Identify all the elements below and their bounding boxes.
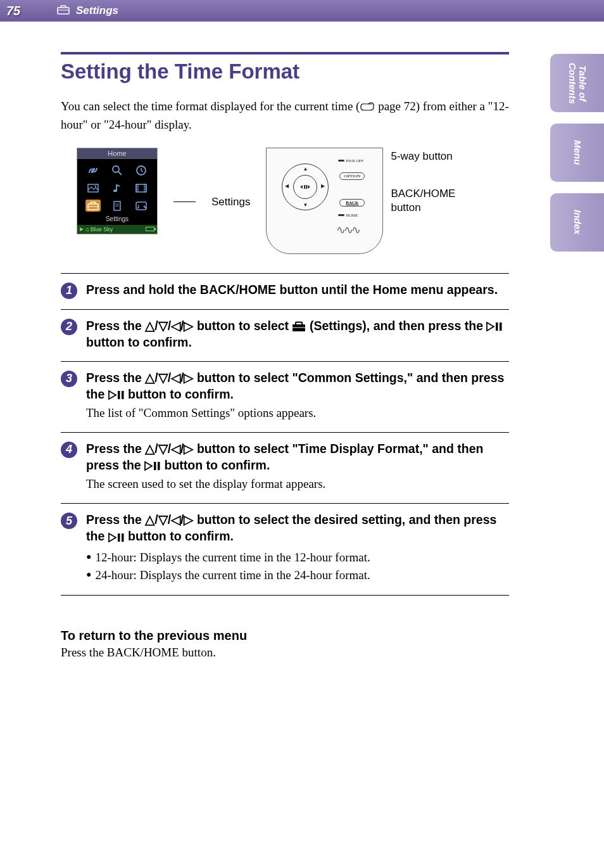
callout-5way: 5-way button (391, 150, 455, 163)
bullet-icon: ● (86, 566, 91, 585)
intro-text: You can select the time format displayed… (61, 98, 509, 134)
callout-back-home: BACK/HOME button (391, 187, 455, 215)
toolbox-icon (292, 319, 306, 333)
direction-arrows-glyph: △/▽/◁/▷ (145, 319, 193, 333)
music-icon (113, 183, 122, 193)
svg-rect-8 (136, 184, 146, 192)
svg-rect-31 (158, 462, 160, 470)
steps-list: 1 Press and hold the BACK/HOME button un… (61, 273, 509, 596)
device-screen-mock: Home Settings ▶♫Blue Sky (77, 148, 158, 234)
clock-icon (136, 165, 146, 176)
back-button: BACK (339, 199, 365, 207)
step-number-badge: 2 (61, 319, 77, 335)
svg-rect-33 (122, 533, 124, 542)
intelligent-shuffle-icon (87, 165, 99, 176)
step-title: Press the △/▽/◁/▷ button to select the d… (86, 511, 509, 545)
svg-rect-28 (118, 391, 120, 399)
side-tabs: Table ofContents Menu Index (550, 54, 604, 252)
step-title: Press the △/▽/◁/▷ button to select "Comm… (86, 369, 509, 403)
step-title: Press the △/▽/◁/▷ button to select "Time… (86, 440, 509, 474)
device-callouts: 5-way button BACK/HOME button (391, 148, 455, 215)
step-5: 5 Press the △/▽/◁/▷ button to select the… (61, 503, 509, 596)
step-number-badge: 4 (61, 442, 77, 458)
settings-icon-highlighted (85, 200, 101, 212)
return-section: To return to the previous menu Press the… (61, 629, 509, 660)
home-label: HOME (338, 213, 358, 217)
left-arrow-icon: ◀ (285, 183, 289, 189)
step-2: 2 Press the △/▽/◁/▷ button to select (Se… (61, 309, 509, 361)
tab-menu[interactable]: Menu (550, 124, 604, 182)
svg-point-2 (113, 166, 119, 172)
svg-rect-22 (304, 185, 305, 189)
step-title: Press and hold the BACK/HOME button unti… (86, 281, 509, 298)
step-4: 4 Press the △/▽/◁/▷ button to select "Ti… (61, 432, 509, 503)
note-icon: ♫ (85, 226, 89, 233)
page-title: Setting the Time Format (61, 60, 509, 84)
direction-arrows-glyph: △/▽/◁/▷ (145, 371, 193, 385)
header-section-title: Settings (76, 4, 118, 17)
title-rule (61, 52, 509, 54)
bullet-icon: ● (86, 549, 91, 567)
screen-status-bar: ▶♫Blue Sky (77, 225, 157, 234)
option-button: OPTION (339, 172, 365, 180)
device-body-mock: ▲ ▼ ◀ ▶ PWR OFF OPTION BACK HOME ∿∿∿ (266, 148, 383, 254)
svg-rect-9 (136, 184, 138, 192)
video-icon (135, 184, 147, 193)
page-number: 75 (6, 4, 44, 18)
svg-point-6 (95, 186, 96, 187)
tab-index[interactable]: Index (550, 193, 604, 252)
step-title: Press the △/▽/◁/▷ button to select (Sett… (86, 317, 509, 351)
screen-title: Home (77, 148, 157, 159)
svg-rect-26 (496, 322, 498, 331)
return-title: To return to the previous menu (61, 629, 509, 643)
battery-icon (146, 227, 154, 231)
svg-rect-23 (306, 185, 307, 189)
return-text: Press the BACK/HOME button. (61, 646, 509, 660)
svg-rect-32 (118, 533, 120, 542)
bullet-text: 12-hour: Displays the current time in th… (95, 549, 370, 567)
down-arrow-icon: ▼ (303, 202, 308, 208)
play-pause-icon (144, 461, 161, 471)
svg-line-3 (118, 172, 122, 175)
callout-settings: Settings (211, 196, 250, 208)
play-pause-icon (108, 533, 125, 542)
pointing-hand-icon (360, 99, 375, 117)
right-arrow-icon: ▶ (321, 183, 325, 189)
tab-table-of-contents[interactable]: Table ofContents (550, 54, 604, 112)
svg-point-21 (137, 207, 139, 208)
up-arrow-icon: ▲ (303, 166, 308, 172)
step-1: 1 Press and hold the BACK/HOME button un… (61, 273, 509, 309)
direction-arrows-glyph: △/▽/◁/▷ (145, 513, 193, 527)
play-indicator-icon: ▶ (80, 226, 84, 232)
play-pause-icon (108, 390, 125, 400)
content: Setting the Time Format You can select t… (0, 22, 604, 660)
step-3: 3 Press the △/▽/◁/▷ button to select "Co… (61, 361, 509, 432)
svg-rect-10 (144, 184, 146, 192)
photo-icon (87, 184, 99, 193)
svg-point-7 (113, 189, 117, 192)
svg-rect-0 (58, 8, 69, 14)
toolbox-icon (57, 4, 70, 17)
diagrams-row: Home Settings ▶♫Blue Sky Settings (61, 148, 509, 254)
svg-rect-20 (136, 202, 146, 210)
svg-rect-27 (500, 322, 502, 331)
svg-rect-30 (154, 462, 156, 470)
play-pause-icon (486, 322, 503, 331)
step-number-badge: 5 (61, 513, 77, 529)
screen-selected-label: Settings (77, 215, 157, 225)
step-number-badge: 3 (61, 371, 77, 387)
page-header: 75 Settings (0, 0, 604, 22)
decorative-squiggle: ∿∿∿ (336, 223, 359, 237)
svg-rect-29 (122, 391, 124, 399)
playlists-icon (113, 201, 122, 211)
step-number-badge: 1 (61, 283, 77, 299)
initial-search-icon (112, 165, 122, 176)
pwr-off-label: PWR OFF (338, 158, 363, 163)
now-playing-text: Blue Sky (91, 226, 113, 233)
callout-line (173, 201, 196, 202)
step-description: The list of "Common Settings" options ap… (86, 405, 509, 422)
bullet-text: 24-hour: Displays the current time in th… (95, 566, 370, 585)
now-playing-icon (135, 201, 147, 210)
direction-arrows-glyph: △/▽/◁/▷ (145, 442, 193, 456)
step-bullets: ●12-hour: Displays the current time in t… (86, 549, 509, 585)
